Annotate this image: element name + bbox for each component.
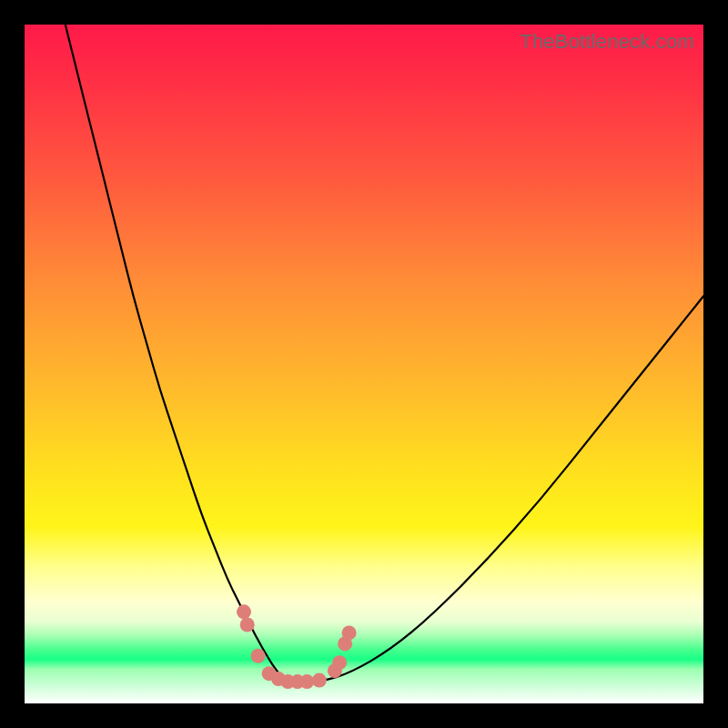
curve-marker xyxy=(299,674,314,689)
curve-marker xyxy=(332,655,347,670)
curve-marker xyxy=(240,618,255,632)
plot-area: TheBottleneck.com xyxy=(25,25,703,703)
curve-marker xyxy=(251,649,266,663)
curve-marker xyxy=(342,625,357,640)
curve-marker xyxy=(312,673,327,688)
curve-marker xyxy=(237,604,251,619)
bottleneck-curve xyxy=(66,25,703,683)
outer-frame: TheBottleneck.com xyxy=(0,0,728,728)
curve-markers xyxy=(237,604,357,689)
curve-svg xyxy=(25,25,703,703)
